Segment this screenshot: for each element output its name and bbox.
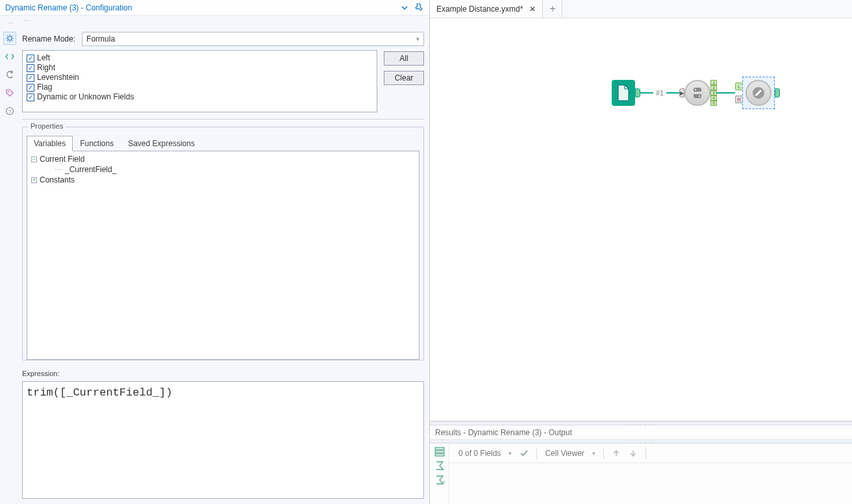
configuration-panel: Dynamic Rename (3) - Configuration ⋯ (0, 0, 430, 504)
input-port[interactable]: ▶ (679, 88, 684, 97)
rename-mode-row: Rename Mode: Formula ▾ (22, 32, 424, 46)
svg-rect-9 (435, 454, 444, 456)
field-checklist[interactable]: ✓Left ✓Right ✓Levenshtein ✓Flag ✓Dynamic… (22, 50, 377, 112)
chk-left[interactable]: ✓Left (27, 53, 373, 63)
svg-text:?: ? (8, 108, 12, 114)
chevron-down-icon: ▾ (416, 36, 420, 42)
help-icon[interactable]: ? (3, 105, 16, 118)
expand-plus-icon[interactable]: + (31, 177, 37, 183)
fields-and-buttons: ✓Left ✓Right ✓Levenshtein ✓Flag ✓Dynamic… (22, 50, 424, 112)
output-port[interactable] (775, 88, 780, 97)
svg-text:L: L (442, 466, 445, 470)
results-header: Results - Dynamic Rename (3) - Output (430, 425, 852, 440)
tree-constants[interactable]: + Constants (31, 175, 415, 185)
fields-count[interactable]: 0 of 0 Fields (458, 449, 501, 458)
chk-levenshtein[interactable]: ✓Levenshtein (27, 73, 373, 82)
svg-point-1 (8, 91, 9, 92)
separator (645, 447, 646, 459)
expression-text: trim([_CurrentField_]) (27, 386, 172, 399)
connection (717, 92, 735, 94)
chk-right[interactable]: ✓Right (27, 63, 373, 73)
results-title: Results - Dynamic Rename (3) - Output (435, 428, 572, 437)
python-tool[interactable] (684, 80, 710, 106)
document-tab[interactable]: Example Distance.yxmd* ✕ (430, 0, 543, 18)
config-body: ⋯ ? ⋯ Rename Mode: Formula (0, 16, 429, 504)
properties-tabs: Variables Functions Saved Expressions (27, 135, 420, 151)
chk-dynamic[interactable]: ✓Dynamic or Unknown Fields (27, 92, 373, 102)
results-content: 0 of 0 Fields ▾ Cell Viewer ▾ (449, 444, 852, 504)
svg-rect-8 (435, 451, 444, 453)
rename-mode-select[interactable]: Formula ▾ (82, 32, 424, 46)
separator (536, 447, 537, 459)
expression-label: Expression: (22, 370, 424, 377)
close-icon[interactable]: ✕ (529, 5, 536, 14)
results-panel: · · · · · Results - Dynamic Rename (3) -… (430, 421, 852, 504)
connection-label: #1 (653, 89, 666, 97)
output-port[interactable] (635, 88, 640, 97)
rename-mode-label: Rename Mode: (22, 34, 75, 44)
sigma-l-icon[interactable]: L (434, 460, 445, 471)
separator (22, 119, 424, 120)
arrow-down-icon[interactable] (629, 449, 638, 458)
dynamic-rename-tool[interactable] (746, 80, 771, 106)
clear-button[interactable]: Clear (384, 71, 424, 85)
chevron-down-icon[interactable]: ▾ (508, 450, 512, 457)
multi-output-ports[interactable]: 1 2 3 4 5 (710, 80, 717, 106)
results-body: L R 0 of 0 Fields ▾ Cell Viewer ▾ (430, 444, 852, 504)
connection (666, 92, 679, 94)
tag-icon[interactable] (3, 86, 16, 99)
select-buttons: All Clear (384, 50, 424, 112)
config-title: Dynamic Rename (3) - Configuration (5, 3, 132, 12)
config-header-actions (401, 3, 424, 12)
grip-icon: ⋯ (6, 18, 14, 27)
tab-variables[interactable]: Variables (27, 136, 73, 151)
chk-flag[interactable]: ✓Flag (27, 82, 373, 92)
table-view-icon[interactable] (434, 446, 445, 457)
checkmark-icon[interactable] (520, 449, 529, 458)
connection (640, 92, 653, 94)
sigma-r-icon[interactable]: R (434, 475, 445, 485)
add-tab-button[interactable]: ＋ (543, 0, 562, 18)
svg-point-0 (8, 36, 12, 40)
results-toolbar: 0 of 0 Fields ▾ Cell Viewer ▾ (449, 444, 852, 463)
refresh-icon[interactable] (3, 68, 16, 81)
side-toolbar: ⋯ ? (0, 16, 19, 504)
all-button[interactable]: All (384, 51, 424, 66)
collapse-minus-icon[interactable]: − (31, 157, 37, 162)
right-panel: Example Distance.yxmd* ✕ ＋ #1 ▶ 1 2 3 (430, 0, 852, 504)
properties-label: Properties (28, 122, 66, 130)
workflow-canvas[interactable]: #1 ▶ 1 2 3 4 5 L R (430, 18, 852, 421)
xml-icon[interactable] (3, 50, 16, 63)
results-sidebar: L R (430, 444, 449, 504)
plus-icon: ＋ (547, 2, 558, 16)
properties-fieldset: Properties Variables Functions Saved Exp… (22, 127, 424, 360)
tree-current-field[interactable]: − Current Field (31, 154, 415, 164)
gear-icon[interactable] (3, 32, 16, 45)
collapse-icon[interactable] (401, 4, 408, 12)
pin-icon[interactable] (415, 3, 424, 12)
document-tabbar: Example Distance.yxmd* ✕ ＋ (430, 0, 852, 18)
svg-rect-7 (435, 447, 444, 449)
svg-point-4 (695, 89, 696, 90)
tab-functions[interactable]: Functions (73, 136, 121, 151)
config-main: ⋯ Rename Mode: Formula ▾ ✓Left ✓Right ✓L… (19, 16, 429, 504)
dynamic-rename-tool-selected[interactable] (742, 77, 775, 109)
workflow: #1 ▶ 1 2 3 4 5 L R (612, 77, 780, 109)
cell-viewer-label[interactable]: Cell Viewer (545, 449, 584, 458)
svg-point-5 (699, 95, 700, 97)
separator (603, 447, 604, 459)
variables-tree[interactable]: − Current Field ⋯ _CurrentField_ + Const… (27, 151, 420, 360)
chevron-down-icon[interactable]: ▾ (592, 450, 595, 457)
config-grip: ⋯ (22, 16, 424, 24)
tab-saved[interactable]: Saved Expressions (121, 136, 202, 151)
rename-mode-value: Formula (86, 34, 115, 44)
svg-text:R: R (442, 481, 445, 485)
text-input-tool[interactable] (612, 80, 635, 106)
config-header: Dynamic Rename (3) - Configuration (0, 0, 429, 16)
expression-input[interactable]: trim([_CurrentField_]) (22, 381, 424, 499)
tree-current-field-item[interactable]: ⋯ _CurrentField_ (31, 164, 415, 175)
document-tab-label: Example Distance.yxmd* (436, 5, 523, 14)
arrow-up-icon[interactable] (612, 449, 621, 458)
